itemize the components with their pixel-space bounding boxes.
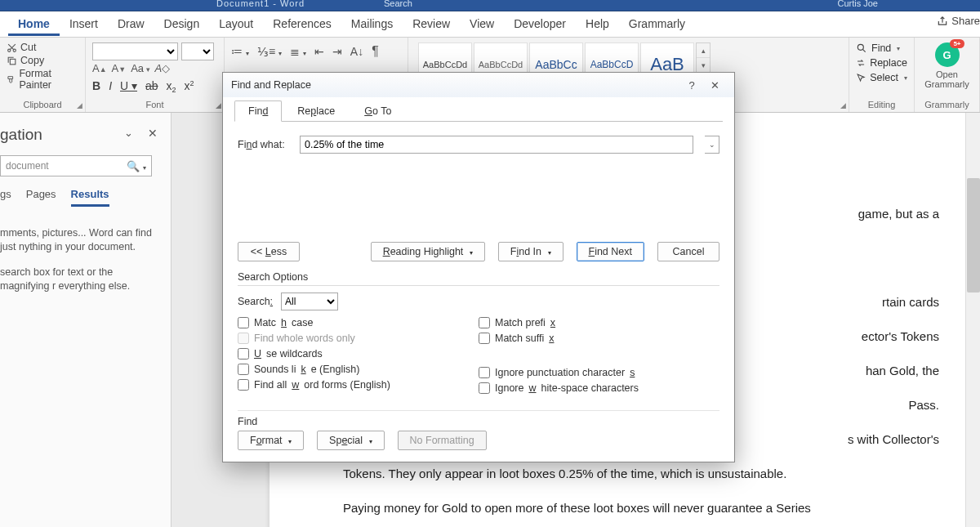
- chk-ignore-punct[interactable]: Ignore punctuation characters: [479, 367, 719, 378]
- shrink-font-button[interactable]: A▼: [112, 62, 127, 74]
- tab-help[interactable]: Help: [576, 12, 619, 36]
- nav-tab-headings[interactable]: gs: [0, 188, 11, 207]
- tab-find[interactable]: Find: [234, 100, 282, 122]
- format-painter-button[interactable]: Format Painter: [7, 67, 78, 92]
- chk-sounds-like[interactable]: Sounds like (English): [238, 364, 479, 375]
- group-label: Clipboard: [7, 98, 78, 112]
- close-icon[interactable]: ✕: [148, 127, 158, 140]
- copy-icon: [7, 56, 17, 66]
- cut-button[interactable]: Cut: [7, 41, 78, 54]
- tab-replace[interactable]: Replace: [283, 100, 349, 122]
- nav-search-input[interactable]: document 🔍 ▾: [0, 155, 152, 176]
- multilevel-button[interactable]: ≣ ▾: [290, 45, 306, 58]
- find-what-input[interactable]: [300, 136, 693, 154]
- group-grammarly: G5+ OpenGrammarly Grammarly: [915, 38, 980, 112]
- numbering-button[interactable]: ⅓≡ ▾: [257, 45, 282, 58]
- tab-references[interactable]: References: [263, 12, 341, 36]
- dialog-launcher-icon[interactable]: ◢: [216, 101, 221, 109]
- tab-grammarly[interactable]: Grammarly: [619, 12, 695, 36]
- nav-tab-results[interactable]: Results: [71, 188, 109, 207]
- special-button[interactable]: Special ▾: [317, 431, 384, 450]
- no-formatting-button: No Formatting: [398, 431, 487, 450]
- tab-developer[interactable]: Developer: [504, 12, 576, 36]
- dialog-launcher-icon[interactable]: ◢: [77, 101, 82, 109]
- font-size-combo[interactable]: [181, 42, 214, 60]
- group-font: A▲ A▼ Aa ▾ A◇ B I U ▾ ab x2 x2 Font ◢: [86, 38, 225, 112]
- chk-wildcards[interactable]: Use wildcards: [238, 348, 479, 360]
- bullets-button[interactable]: ≔ ▾: [231, 45, 249, 58]
- tab-goto[interactable]: Go To: [350, 100, 405, 122]
- tab-design[interactable]: Design: [154, 12, 210, 36]
- ribbon-tabs: Home Insert Draw Design Layout Reference…: [0, 11, 980, 38]
- change-case-button[interactable]: Aa ▾: [131, 62, 149, 74]
- scrollbar-vertical[interactable]: [965, 113, 980, 527]
- font-name-combo[interactable]: [92, 42, 178, 60]
- chk-whole-words: Find whole words only: [238, 333, 479, 344]
- chk-match-case[interactable]: Match case: [238, 317, 479, 328]
- find-history-dropdown[interactable]: ⌄: [705, 136, 719, 154]
- chk-match-suffix[interactable]: Match suffix: [479, 333, 719, 344]
- scrollbar-thumb[interactable]: [967, 178, 980, 293]
- bold-button[interactable]: B: [92, 79, 100, 92]
- subscript-button[interactable]: x2: [167, 79, 176, 92]
- strike-button[interactable]: ab: [145, 79, 158, 92]
- select-button[interactable]: Select▾: [856, 70, 907, 85]
- group-editing: Find▾ Replace Select▾ Editing: [849, 38, 915, 112]
- document-title: Document1 - Word: [216, 0, 305, 8]
- tab-review[interactable]: Review: [403, 12, 460, 36]
- chk-match-prefix[interactable]: Match prefix: [479, 317, 719, 328]
- reading-highlight-button[interactable]: Reading Highlight ▾: [371, 242, 485, 261]
- sort-button[interactable]: A↓: [350, 45, 363, 58]
- dialog-launcher-icon[interactable]: ◢: [840, 101, 846, 109]
- nav-tab-pages[interactable]: Pages: [26, 188, 56, 207]
- tab-view[interactable]: View: [460, 12, 504, 36]
- chk-ignore-whitespace[interactable]: Ignore white-space characters: [479, 382, 719, 394]
- decrease-indent-button[interactable]: ⇤: [314, 45, 324, 58]
- chevron-down-icon[interactable]: ⌄: [124, 127, 133, 139]
- search-options-heading: Search Options: [238, 271, 719, 286]
- share-icon: [937, 16, 948, 27]
- account-name[interactable]: Curtis Joe: [837, 0, 878, 8]
- brush-icon: [7, 74, 16, 85]
- grow-font-button[interactable]: A▲: [92, 62, 107, 74]
- italic-button[interactable]: I: [109, 79, 112, 92]
- body-text[interactable]: Tokens. They only appear in loot boxes 0…: [343, 462, 939, 485]
- chk-word-forms[interactable]: Find all word forms (English): [238, 379, 479, 391]
- less-button[interactable]: << Less: [238, 242, 300, 261]
- dialog-titlebar[interactable]: Find and Replace ? ✕: [223, 73, 734, 97]
- cancel-button[interactable]: Cancel: [657, 242, 719, 261]
- search-direction-select[interactable]: All: [281, 293, 338, 310]
- tab-layout[interactable]: Layout: [209, 12, 263, 36]
- underline-button[interactable]: U ▾: [120, 79, 137, 92]
- search-icon[interactable]: 🔍 ▾: [127, 160, 146, 172]
- find-button[interactable]: Find▾: [856, 41, 907, 56]
- search-hint[interactable]: Search: [384, 0, 412, 8]
- close-icon[interactable]: ✕: [703, 79, 726, 92]
- body-text[interactable]: Paying money for Gold to open more of th…: [343, 497, 939, 520]
- tab-mailings[interactable]: Mailings: [341, 12, 403, 36]
- increase-indent-button[interactable]: ⇥: [332, 45, 342, 58]
- dialog-title: Find and Replace: [231, 79, 311, 91]
- find-in-button[interactable]: Find In ▾: [498, 242, 564, 261]
- show-marks-button[interactable]: ¶: [372, 44, 379, 59]
- cut-icon: [7, 42, 17, 53]
- superscript-button[interactable]: x2: [185, 79, 194, 92]
- grammarly-icon[interactable]: G5+: [935, 42, 960, 67]
- share-button[interactable]: Share: [937, 15, 980, 27]
- tab-draw[interactable]: Draw: [108, 12, 154, 36]
- format-button[interactable]: Format ▾: [238, 431, 304, 450]
- tab-insert[interactable]: Insert: [60, 12, 108, 36]
- search-direction-label: Search:: [238, 296, 273, 307]
- replace-button[interactable]: Replace: [856, 56, 907, 70]
- svg-rect-2: [10, 59, 15, 65]
- copy-button[interactable]: Copy: [7, 54, 78, 67]
- share-label: Share: [951, 15, 980, 27]
- help-icon[interactable]: ?: [680, 79, 703, 92]
- group-clipboard: Cut Copy Format Painter Clipboard ◢: [0, 38, 86, 112]
- title-bar: Document1 - Word Search Curtis Joe: [0, 0, 980, 11]
- clear-format-button[interactable]: A◇: [155, 62, 171, 74]
- tab-home[interactable]: Home: [8, 12, 60, 36]
- replace-icon: [856, 57, 866, 69]
- find-next-button[interactable]: Find Next: [577, 242, 645, 261]
- search-icon: [856, 42, 867, 54]
